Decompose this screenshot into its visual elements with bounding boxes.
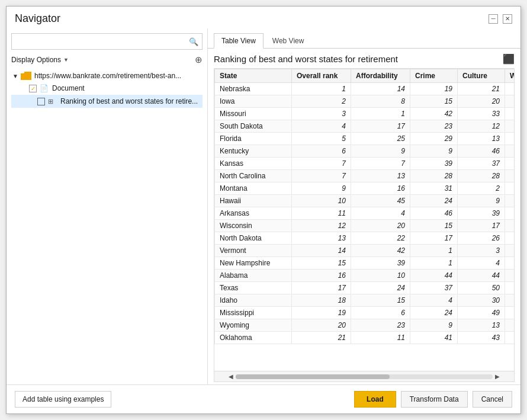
cell-value: 2 bbox=[458, 182, 505, 195]
folder-icon bbox=[21, 72, 31, 80]
cell-w bbox=[505, 220, 515, 232]
add-table-button[interactable]: Add table using examples bbox=[15, 391, 111, 408]
cell-value: 42 bbox=[351, 245, 410, 257]
table-row: Missouri314233 bbox=[215, 108, 515, 120]
transform-data-button[interactable]: Transform Data bbox=[401, 391, 468, 408]
cell-value: 10 bbox=[351, 270, 410, 282]
cell-w bbox=[505, 158, 515, 170]
preview-area: Ranking of best and worst states for ret… bbox=[208, 49, 520, 384]
cell-state: Iowa bbox=[215, 95, 292, 108]
export-icon[interactable]: ⬛ bbox=[503, 53, 515, 65]
table-row: Wyoming2023913 bbox=[215, 319, 515, 332]
tree-item-document[interactable]: ✓ 📄 Document bbox=[11, 82, 203, 95]
cell-value: 28 bbox=[410, 170, 458, 182]
table-scroll-area[interactable]: State Overall rank Affordability Crime C… bbox=[214, 69, 514, 371]
table-row: Hawaii1045249 bbox=[215, 195, 515, 207]
cell-value: 46 bbox=[458, 145, 505, 158]
cell-value: 4 bbox=[410, 294, 458, 307]
cell-value: 49 bbox=[458, 307, 505, 319]
cancel-button[interactable]: Cancel bbox=[473, 391, 512, 408]
preview-title: Ranking of best and worst states for ret… bbox=[214, 54, 398, 64]
cell-value: 45 bbox=[351, 195, 410, 207]
cell-state: North Dakota bbox=[215, 232, 292, 245]
url-label: https://www.bankrate.com/retirement/best… bbox=[34, 72, 181, 80]
add-source-icon: ⊕ bbox=[195, 54, 203, 65]
cell-value: 9 bbox=[410, 319, 458, 332]
bottom-bar: Add table using examples Load Transform … bbox=[7, 384, 520, 413]
tree-item-table[interactable]: ⊞ Ranking of best and worst states for r… bbox=[11, 95, 203, 108]
navigator-dialog: Navigator ─ ✕ 🔍 Display Options ▼ bbox=[6, 6, 521, 414]
cell-value: 9 bbox=[292, 182, 351, 195]
cell-value: 15 bbox=[410, 220, 458, 232]
action-buttons: Load Transform Data Cancel bbox=[354, 391, 512, 408]
cell-value: 4 bbox=[351, 207, 410, 220]
document-icon: 📄 bbox=[40, 84, 49, 93]
cell-w bbox=[505, 332, 515, 344]
cell-w bbox=[505, 145, 515, 158]
cell-value: 4 bbox=[292, 120, 351, 133]
table-row: Nebraska1141921 bbox=[215, 83, 515, 95]
display-options-row: Display Options ▼ ⊕ bbox=[11, 54, 203, 65]
header-row: State Overall rank Affordability Crime C… bbox=[215, 69, 515, 83]
cell-value: 23 bbox=[410, 120, 458, 133]
cell-value: 16 bbox=[292, 270, 351, 282]
cell-value: 12 bbox=[458, 120, 505, 133]
cell-w bbox=[505, 257, 515, 270]
cell-state: Mississippi bbox=[215, 307, 292, 319]
cell-value: 15 bbox=[292, 257, 351, 270]
cell-w bbox=[505, 195, 515, 207]
table-checkbox[interactable] bbox=[37, 98, 45, 105]
load-button[interactable]: Load bbox=[354, 391, 396, 408]
preview-title-row: Ranking of best and worst states for ret… bbox=[214, 53, 515, 65]
cell-w bbox=[505, 170, 515, 182]
cell-value: 33 bbox=[458, 108, 505, 120]
cell-w bbox=[505, 133, 515, 145]
cell-value: 37 bbox=[410, 282, 458, 294]
cell-value: 46 bbox=[410, 207, 458, 220]
cell-w bbox=[505, 294, 515, 307]
cell-state: Wyoming bbox=[215, 319, 292, 332]
col-header-overall: Overall rank bbox=[292, 69, 351, 83]
scroll-left-arrow[interactable]: ◀ bbox=[226, 373, 236, 380]
table-row: North Dakota13221726 bbox=[215, 232, 515, 245]
cell-value: 11 bbox=[292, 207, 351, 220]
search-icon: 🔍 bbox=[189, 37, 198, 46]
cell-w bbox=[505, 108, 515, 120]
display-options-button[interactable]: Display Options ▼ bbox=[11, 56, 69, 64]
cell-value: 28 bbox=[458, 170, 505, 182]
cell-value: 39 bbox=[458, 207, 505, 220]
cell-value: 14 bbox=[351, 83, 410, 95]
cell-w bbox=[505, 120, 515, 133]
left-panel: 🔍 Display Options ▼ ⊕ ▼ https:/ bbox=[7, 28, 208, 384]
search-button[interactable]: 🔍 bbox=[185, 34, 202, 49]
tree-item-url[interactable]: ▼ https://www.bankrate.com/retirement/be… bbox=[11, 70, 203, 82]
close-button[interactable]: ✕ bbox=[503, 14, 512, 24]
horizontal-scrollbar[interactable]: ◀ ▶ bbox=[214, 371, 514, 381]
cell-value: 10 bbox=[292, 195, 351, 207]
cell-value: 6 bbox=[351, 307, 410, 319]
scroll-right-arrow[interactable]: ▶ bbox=[493, 373, 502, 380]
cell-value: 24 bbox=[410, 307, 458, 319]
title-bar: Navigator ─ ✕ bbox=[7, 7, 520, 28]
new-source-button[interactable]: ⊕ bbox=[195, 54, 203, 65]
cell-value: 23 bbox=[351, 319, 410, 332]
tab-web-view[interactable]: Web View bbox=[265, 33, 312, 48]
cell-value: 20 bbox=[351, 220, 410, 232]
cell-value: 37 bbox=[458, 158, 505, 170]
cell-value: 44 bbox=[458, 270, 505, 282]
cell-state: Kentucky bbox=[215, 145, 292, 158]
right-panel: Table View Web View Ranking of best and … bbox=[208, 28, 520, 384]
cell-value: 18 bbox=[292, 294, 351, 307]
search-input[interactable] bbox=[12, 35, 185, 48]
cell-value: 17 bbox=[351, 120, 410, 133]
cell-state: Texas bbox=[215, 282, 292, 294]
minimize-button[interactable]: ─ bbox=[489, 14, 498, 24]
cell-value: 29 bbox=[410, 133, 458, 145]
cell-value: 3 bbox=[292, 108, 351, 120]
cell-state: North Carolina bbox=[215, 170, 292, 182]
table-row: Kansas773937 bbox=[215, 158, 515, 170]
document-checkbox[interactable]: ✓ bbox=[29, 85, 37, 92]
cell-value: 1 bbox=[410, 257, 458, 270]
tab-table-view[interactable]: Table View bbox=[214, 33, 264, 49]
cell-value: 9 bbox=[410, 145, 458, 158]
